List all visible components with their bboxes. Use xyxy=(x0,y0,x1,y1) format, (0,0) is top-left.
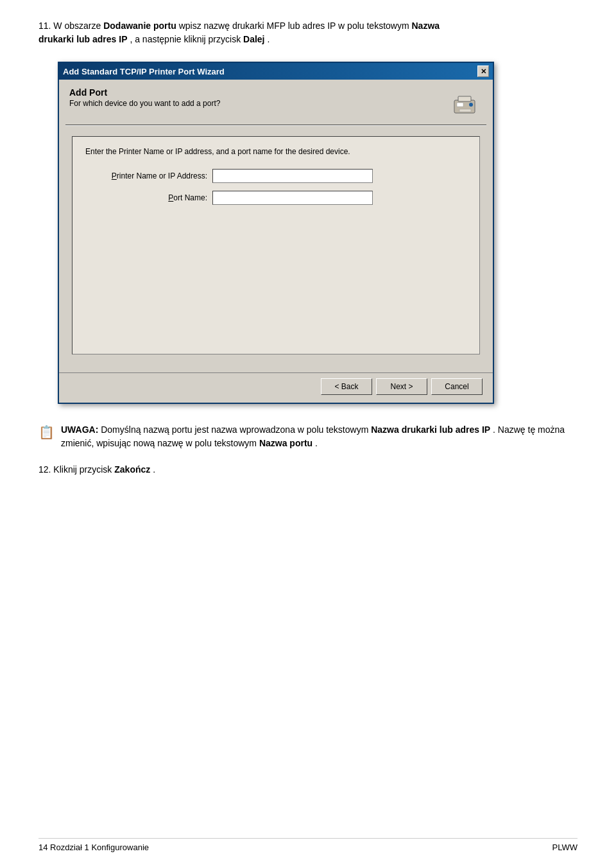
wizard-icon xyxy=(452,87,483,118)
step-12-text-end: . xyxy=(153,464,155,475)
back-button[interactable]: < Back xyxy=(321,378,372,395)
note-bold2: Nazwa portu xyxy=(259,438,312,448)
port-name-label: Port Name: xyxy=(85,193,207,202)
note-label: UWAGA: xyxy=(61,424,98,435)
cancel-button[interactable]: Cancel xyxy=(431,378,483,395)
next-button[interactable]: Next > xyxy=(376,378,427,395)
svg-rect-4 xyxy=(459,109,471,112)
dialog-inner-box: Enter the Printer Name or IP address, an… xyxy=(72,136,480,354)
dialog-subtext: For which device do you want to add a po… xyxy=(69,99,220,108)
svg-rect-1 xyxy=(457,103,463,107)
dialog-heading: Add Port xyxy=(69,87,220,98)
step-12-number: 12. xyxy=(38,464,51,475)
footer-right: PLWW xyxy=(552,843,578,852)
note-text3: . xyxy=(315,438,318,448)
step-11-bold1: Dodawanie portu xyxy=(103,21,176,31)
step-11-text-after: , a następnie kliknij przycisk xyxy=(130,34,243,44)
step-12-text: Kliknij przycisk xyxy=(53,464,114,475)
note-icon: 📋 xyxy=(38,424,55,440)
step-12-bold: Zakończ xyxy=(114,464,150,475)
printer-name-input[interactable] xyxy=(212,169,373,183)
dialog-inner-text: Enter the Printer Name or IP address, an… xyxy=(85,147,466,156)
dialog-titlebar: Add Standard TCP/IP Printer Port Wizard … xyxy=(59,63,493,80)
note-text: UWAGA: Domyślną nazwą portu jest nazwa w… xyxy=(61,423,578,450)
step-11-text-middle: wpisz nazwę drukarki MFP lub adres IP w … xyxy=(179,21,412,31)
note-text1: Domyślną nazwą portu jest nazwa wprowadz… xyxy=(101,424,371,435)
dialog-body: Add Port For which device do you want to… xyxy=(59,80,493,403)
dialog-title: Add Standard TCP/IP Printer Port Wizard xyxy=(63,67,225,76)
step-11-bold3: Dalej xyxy=(243,34,264,44)
note-bold1: Nazwa drukarki lub adres IP xyxy=(371,424,490,435)
note-box: 📋 UWAGA: Domyślną nazwą portu jest nazwa… xyxy=(38,423,578,450)
form-row-port-name: Port Name: xyxy=(85,191,466,205)
step-11-text-before: W obszarze xyxy=(53,21,103,31)
step-11-number: 11. xyxy=(38,21,51,31)
svg-rect-2 xyxy=(458,96,471,101)
dialog-wrapper: Add Standard TCP/IP Printer Port Wizard … xyxy=(58,62,578,404)
port-name-input[interactable] xyxy=(212,191,373,205)
dialog-header-section: Add Port For which device do you want to… xyxy=(59,80,493,125)
page-footer: 14 Rozdział 1 Konfigurowanie PLWW xyxy=(38,838,578,852)
dialog-header-text: Add Port For which device do you want to… xyxy=(69,87,220,108)
printer-name-label: Printer Name or IP Address: xyxy=(85,171,207,180)
footer-left: 14 Rozdział 1 Konfigurowanie xyxy=(38,843,149,852)
close-button[interactable]: ✕ xyxy=(477,66,489,77)
dialog-footer: < Back Next > Cancel xyxy=(59,372,493,403)
svg-point-3 xyxy=(469,103,473,107)
step-11-text-end: . xyxy=(267,34,270,44)
dialog-inner: Enter the Printer Name or IP address, an… xyxy=(59,126,493,372)
step-12: 12. Kliknij przycisk Zakończ . xyxy=(38,463,578,476)
form-row-printer-name: Printer Name or IP Address: xyxy=(85,169,466,183)
wizard-dialog: Add Standard TCP/IP Printer Port Wizard … xyxy=(58,62,494,404)
